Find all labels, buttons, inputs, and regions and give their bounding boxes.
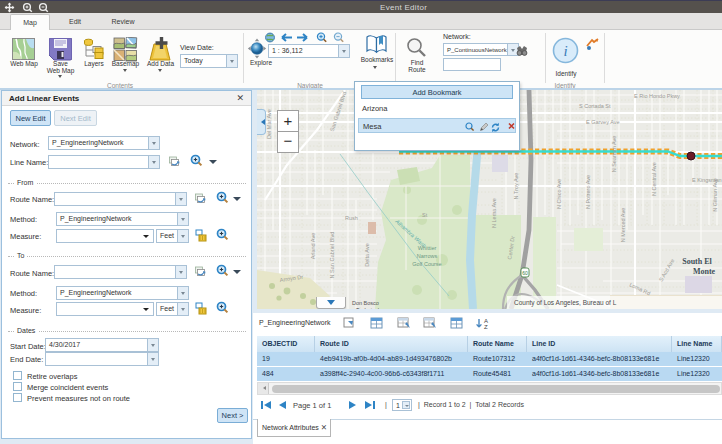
- svg-text:E Kingsman St: E Kingsman St: [692, 177, 722, 183]
- svg-text:Monte: Monte: [693, 267, 716, 276]
- svg-text:N Potrero Ave: N Potrero Ave: [585, 175, 591, 209]
- svg-text:St: St: [422, 212, 428, 218]
- svg-text:Del Mar Ave: Del Mar Ave: [266, 109, 272, 139]
- svg-text:Delta Ave: Delta Ave: [364, 243, 370, 266]
- svg-text:N San Gabriel Blvd: N San Gabriel Blvd: [329, 232, 335, 279]
- svg-text:S Cortada St: S Cortada St: [579, 103, 611, 109]
- svg-text:Whittier: Whittier: [418, 245, 437, 251]
- svg-text:E Garvey Ave: E Garvey Ave: [586, 119, 620, 125]
- svg-text:N Troy Ave: N Troy Ave: [513, 173, 519, 200]
- svg-text:Rush: Rush: [345, 215, 358, 221]
- svg-text:South El: South El: [682, 257, 712, 266]
- svg-text:N Lema Ave: N Lema Ave: [491, 198, 497, 228]
- svg-text:Don Bosco: Don Bosco: [352, 300, 379, 306]
- svg-text:County of Los Angeles, Bureau: County of Los Angeles, Bureau of L: [514, 299, 617, 307]
- svg-text:Z: Z: [484, 324, 488, 330]
- svg-text:i: i: [563, 43, 567, 59]
- svg-text:Arland Ave: Arland Ave: [310, 233, 316, 260]
- svg-text:Golf Course: Golf Course: [412, 261, 441, 267]
- svg-text:Technical: Technical: [356, 307, 379, 309]
- svg-text:N Central Ave: N Central Ave: [651, 162, 657, 196]
- svg-text:60: 60: [522, 270, 528, 276]
- svg-text:E Rio Hondo Pkwy: E Rio Hondo Pkwy: [634, 93, 680, 99]
- svg-text:Narrows: Narrows: [417, 253, 438, 259]
- svg-text:N Merced Ave: N Merced Ave: [620, 208, 626, 242]
- svg-text:Page 1 of 1: Page 1 of 1: [293, 401, 331, 410]
- svg-text:N Chico Ave: N Chico Ave: [556, 179, 562, 209]
- svg-text:N Seaman Ave: N Seaman Ave: [611, 136, 617, 173]
- svg-text:N Gilman Ave: N Gilman Ave: [712, 178, 718, 212]
